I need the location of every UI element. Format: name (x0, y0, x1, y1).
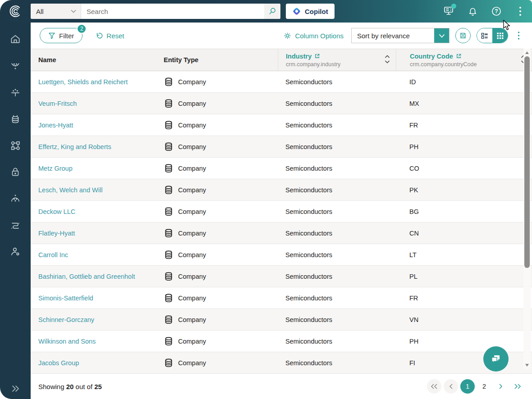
sidebar-item-management[interactable] (9, 193, 22, 204)
database-icon (164, 207, 174, 217)
home-icon (9, 33, 21, 45)
first-page-button[interactable] (427, 379, 441, 394)
column-header-industry[interactable]: Industry crm.company.industry (278, 49, 396, 71)
filter-button[interactable]: Filter 2 (40, 28, 83, 43)
table-row: Luettgen, Shields and Reichert CompanySe… (31, 71, 532, 93)
table-row: Wilkinson and Sons CompanySemiconductors… (31, 331, 532, 352)
record-name-link[interactable]: Jones-Hyatt (38, 122, 73, 129)
copilot-button[interactable]: Copilot (286, 4, 335, 19)
record-name-link[interactable]: Simonis-Satterfield (38, 295, 93, 302)
country-code-value: FI (396, 359, 532, 367)
last-page-button[interactable] (510, 379, 525, 394)
industry-value: Semiconductors (278, 316, 396, 323)
database-icon (164, 163, 174, 173)
industry-value: Semiconductors (278, 143, 396, 150)
filter-count-badge: 2 (77, 24, 87, 34)
record-name-link[interactable]: Effertz, King and Roberts (38, 143, 111, 150)
entity-type-value: Company (178, 143, 206, 150)
record-name-link[interactable]: Carroll Inc (38, 251, 68, 258)
app-logo[interactable] (0, 0, 31, 23)
record-name-link[interactable]: Luettgen, Shields and Reichert (38, 78, 128, 86)
search-submit-button[interactable] (264, 4, 280, 19)
chat-fab-button[interactable] (483, 346, 509, 372)
column-label: Name (38, 56, 156, 63)
next-page-button[interactable] (494, 379, 508, 394)
database-icon (164, 250, 174, 260)
scrollbar-thumb[interactable] (524, 56, 530, 268)
results-total-count: 25 (94, 383, 102, 390)
country-code-value: PH (396, 143, 532, 150)
list-view-button[interactable] (477, 28, 492, 43)
management-icon (9, 193, 21, 204)
system-status-button[interactable] (442, 5, 455, 18)
previous-page-button[interactable] (444, 379, 458, 394)
industry-value: Semiconductors (278, 186, 396, 194)
database-icon (164, 272, 174, 281)
sidebar-item-administration[interactable] (9, 246, 22, 258)
sort-column-button[interactable] (384, 54, 390, 66)
database-icon (164, 185, 174, 195)
app-window: All Copilot (0, 0, 532, 399)
column-header-name[interactable]: Name (31, 49, 156, 71)
reset-button[interactable]: Reset (95, 32, 124, 40)
database-icon (164, 336, 174, 346)
record-name-link[interactable]: Metz Group (38, 165, 73, 172)
country-code-value: PL (396, 273, 532, 280)
bell-icon (468, 6, 478, 17)
entity-type-value: Company (178, 338, 206, 345)
record-name-link[interactable]: Veum-Fritsch (38, 100, 77, 107)
record-name-link[interactable]: Bashirian, Gottlieb and Greenholt (38, 273, 135, 280)
sidebar-item-streams[interactable] (9, 219, 22, 231)
sidebar-item-ingestion[interactable] (9, 86, 22, 98)
results-toolbar: Filter 2 Reset Column Options Sort by re… (31, 23, 532, 49)
record-name-link[interactable]: Jacobs Group (38, 359, 79, 367)
sidebar-item-data-catalog[interactable] (9, 113, 22, 125)
industry-value: Semiconductors (278, 100, 396, 107)
sidebar-item-home[interactable] (9, 33, 22, 45)
notifications-button[interactable] (466, 5, 479, 18)
table-row: Carroll Inc CompanySemiconductorsLT (31, 244, 532, 266)
sidebar-expand-button[interactable] (0, 384, 31, 394)
record-name-link[interactable]: Deckow LLC (38, 208, 75, 215)
database-icon (164, 120, 174, 130)
page-2-button[interactable]: 2 (477, 379, 491, 394)
country-code-value: MX (396, 100, 532, 107)
save-floppy-icon (459, 32, 467, 39)
entity-type-value: Company (178, 78, 206, 86)
scrollbar-up-arrow[interactable] (525, 51, 529, 54)
filter-funnel-icon (48, 32, 55, 39)
sidebar-item-consume[interactable] (9, 60, 22, 72)
double-chevron-right-icon (9, 384, 21, 394)
column-options-button[interactable]: Column Options (284, 32, 344, 40)
search-scope-dropdown[interactable]: All (31, 4, 81, 19)
scrollbar-down-arrow[interactable] (525, 364, 529, 367)
sort-dropdown-toggle[interactable] (434, 28, 449, 43)
sort-dropdown[interactable]: Sort by relevance (351, 28, 449, 43)
sidebar-item-workflow[interactable] (9, 140, 22, 151)
column-header-country-code[interactable]: Country Code crm.company.countryCode (396, 49, 532, 71)
record-name-link[interactable]: Flatley-Hyatt (38, 230, 75, 237)
column-label-link[interactable]: Country Code (410, 53, 532, 60)
grid-view-button[interactable] (492, 28, 508, 43)
industry-value: Semiconductors (278, 359, 396, 367)
toolbar-more-button[interactable] (514, 28, 523, 43)
industry-value: Semiconductors (278, 78, 396, 86)
ingestion-icon (9, 86, 21, 98)
save-search-button[interactable] (455, 28, 471, 43)
reset-label: Reset (106, 32, 124, 40)
record-name-link[interactable]: Lesch, Welch and Will (38, 186, 102, 194)
search-input[interactable] (81, 4, 264, 19)
entity-type-value: Company (178, 100, 206, 107)
help-button[interactable]: ? (490, 5, 503, 18)
record-name-link[interactable]: Schinner-Gorczany (38, 316, 94, 323)
page-1-button[interactable]: 1 (460, 379, 475, 394)
column-vocabulary-key: crm.company.countryCode (410, 61, 532, 68)
more-options-button[interactable] (514, 5, 527, 18)
chevron-down-icon (439, 34, 445, 38)
sidebar-item-governance[interactable] (9, 166, 22, 178)
column-label-link[interactable]: Industry (286, 53, 396, 60)
copilot-label: Copilot (305, 8, 328, 15)
entity-type-value: Company (178, 165, 206, 172)
record-name-link[interactable]: Wilkinson and Sons (38, 338, 96, 345)
column-header-entity-type[interactable]: Entity Type (156, 49, 278, 71)
